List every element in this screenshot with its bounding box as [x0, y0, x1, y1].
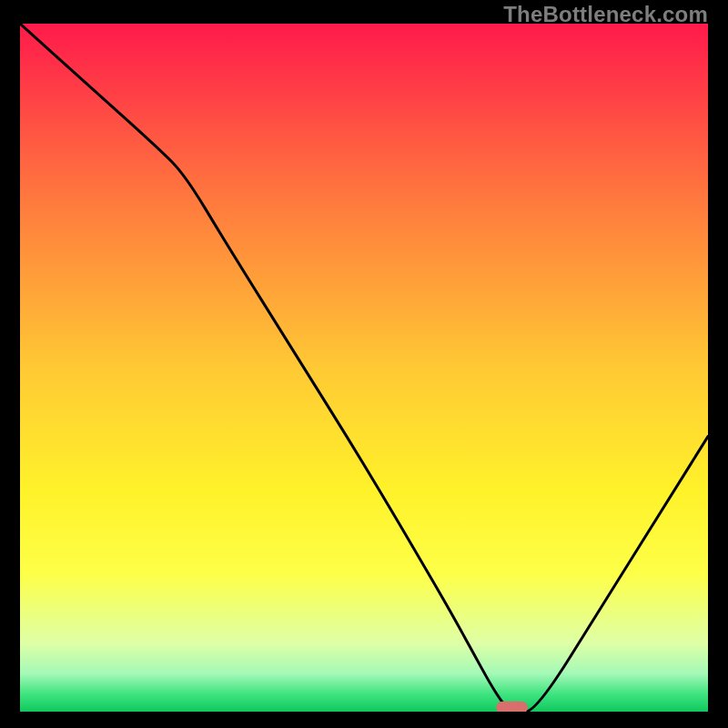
marker-pill — [496, 702, 528, 712]
watermark-label: TheBottleneck.com — [503, 2, 708, 27]
gradient-background — [20, 24, 708, 712]
plot-area — [20, 24, 708, 712]
chart-svg — [20, 24, 708, 712]
chart-container: TheBottleneck.com — [0, 0, 728, 728]
